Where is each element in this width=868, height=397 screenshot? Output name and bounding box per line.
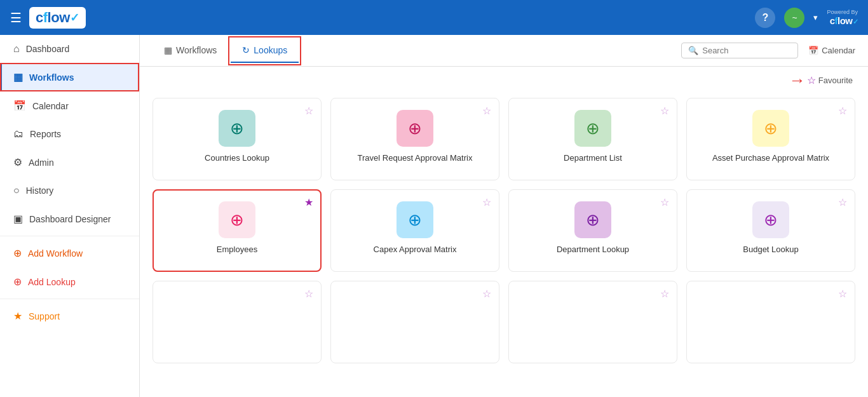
sidebar-item-calendar[interactable]: 📅 Calendar [0, 91, 139, 120]
icon-capex-approval: ⊕ [397, 201, 433, 238]
sidebar-item-admin[interactable]: ⚙ Admin [0, 148, 139, 177]
card-travel-request[interactable]: ☆ ⊕ Travel Request Approval Matrix [330, 98, 499, 180]
sidebar-label-reports: Reports [30, 129, 61, 139]
card-row3-4[interactable]: ☆ [686, 281, 855, 363]
label-department-lookup: Department Lookup [557, 245, 629, 254]
icon-travel-request: ⊕ [397, 110, 433, 147]
card-department-lookup[interactable]: ☆ ⊕ Department Lookup [508, 189, 677, 272]
sidebar-label-workflows: Workflows [29, 72, 74, 83]
star-travel-request[interactable]: ☆ [482, 105, 491, 117]
favourite-row: → ☆ Favourite [140, 67, 868, 91]
star-row3-3[interactable]: ☆ [660, 288, 669, 300]
powered-by-logo: cflow✓ [827, 15, 858, 26]
search-bar[interactable]: 🔍 [681, 43, 798, 58]
tabs-right: 🔍 📅 Calendar [681, 43, 855, 58]
card-row3-3[interactable]: ☆ [508, 281, 677, 363]
avatar-dropdown-icon[interactable]: ▾ [813, 13, 818, 22]
header: ☰ cflow ✓ ? ~ ▾ Powered By cflow✓ [0, 0, 868, 35]
star-department-list[interactable]: ☆ [660, 105, 669, 117]
card-countries-lookup[interactable]: ☆ ⊕ Countries Lookup [153, 98, 322, 180]
sidebar-item-dashboard-designer[interactable]: ▣ Dashboard Designer [0, 205, 139, 233]
label-employees: Employees [217, 245, 257, 254]
sidebar-label-history: History [26, 185, 54, 196]
label-budget-lookup: Budget Lookup [743, 245, 798, 254]
sidebar-label-dashboard: Dashboard [26, 44, 70, 54]
sidebar-item-add-lookup[interactable]: ⊕ Add Lookup [0, 267, 139, 296]
tab-lookups[interactable]: ↻ Lookups [231, 39, 299, 63]
icon-countries-lookup: ⊕ [219, 110, 255, 147]
star-budget-lookup[interactable]: ☆ [838, 196, 847, 208]
menu-icon[interactable]: ☰ [10, 10, 22, 25]
icon-budget-lookup: ⊕ [752, 201, 789, 238]
label-capex-approval: Capex Approval Matrix [374, 245, 457, 254]
icon-asset-purchase: ⊕ [752, 110, 789, 147]
icon-department-lookup: ⊕ [574, 201, 611, 238]
favourite-label: Favourite [818, 76, 853, 85]
cards-grid: ☆ ⊕ Countries Lookup ☆ ⊕ Travel Request … [153, 98, 855, 363]
sidebar: ⌂ Dashboard ▦ Workflows 📅 Calendar 🗂 Rep… [0, 35, 140, 397]
star-asset-purchase[interactable]: ☆ [838, 105, 847, 117]
star-employees[interactable]: ★ [304, 196, 313, 208]
workflows-tab-icon: ▦ [164, 45, 172, 55]
card-employees[interactable]: ★ ⊕ Employees [153, 189, 322, 272]
icon-employees: ⊕ [219, 201, 255, 238]
logo-checkmark: ✓ [70, 11, 79, 25]
grid-container: ☆ ⊕ Countries Lookup ☆ ⊕ Travel Request … [140, 91, 868, 397]
star-row3-2[interactable]: ☆ [482, 288, 491, 300]
support-icon: ★ [13, 310, 22, 322]
sidebar-item-workflows[interactable]: ▦ Workflows [0, 63, 139, 91]
sidebar-divider-2 [0, 299, 139, 299]
lookups-tab-icon: ↻ [242, 45, 250, 55]
help-icon[interactable]: ? [755, 8, 775, 28]
favourite-button[interactable]: ☆ Favourite [807, 74, 853, 86]
calendar-icon-tab: 📅 [808, 46, 818, 55]
sidebar-item-add-workflow[interactable]: ⊕ Add Workflow [0, 239, 139, 267]
admin-icon: ⚙ [13, 156, 22, 168]
sidebar-label-admin: Admin [29, 158, 54, 168]
user-avatar[interactable]: ~ [784, 8, 804, 28]
sidebar-item-dashboard[interactable]: ⌂ Dashboard [0, 35, 139, 63]
favourite-star-icon: ☆ [807, 74, 816, 86]
card-budget-lookup[interactable]: ☆ ⊕ Budget Lookup [686, 189, 855, 272]
card-capex-approval[interactable]: ☆ ⊕ Capex Approval Matrix [330, 189, 499, 272]
logo-text: cflow [36, 10, 70, 26]
star-department-lookup[interactable]: ☆ [660, 196, 669, 208]
sidebar-item-history[interactable]: ○ History [0, 177, 139, 205]
designer-icon: ▣ [13, 213, 23, 225]
reports-icon: 🗂 [13, 128, 24, 140]
history-icon: ○ [13, 185, 20, 196]
sidebar-label-add-lookup: Add Lookup [28, 277, 76, 287]
card-row3-2[interactable]: ☆ [330, 281, 499, 363]
search-icon: 🔍 [688, 46, 698, 55]
sidebar-label-support: Support [29, 311, 60, 321]
calendar-label: Calendar [822, 46, 855, 55]
right-arrow-icon: → [789, 71, 806, 90]
header-right: ? ~ ▾ Powered By cflow✓ [755, 8, 858, 28]
dashboard-icon: ⌂ [13, 43, 20, 55]
avatar-initial: ~ [792, 13, 797, 23]
logo-box: cflow ✓ [29, 7, 86, 29]
main-layout: ⌂ Dashboard ▦ Workflows 📅 Calendar 🗂 Rep… [0, 35, 868, 397]
star-row3-4[interactable]: ☆ [838, 288, 847, 300]
sidebar-label-designer: Dashboard Designer [29, 214, 111, 224]
tabs-left: ▦ Workflows ↻ Lookups [153, 39, 299, 63]
card-row3-1[interactable]: ☆ [153, 281, 322, 363]
star-capex-approval[interactable]: ☆ [482, 196, 491, 208]
sidebar-item-support[interactable]: ★ Support [0, 302, 139, 330]
star-countries-lookup[interactable]: ☆ [304, 105, 313, 117]
tab-workflows[interactable]: ▦ Workflows [153, 39, 228, 63]
header-left: ☰ cflow ✓ [10, 7, 86, 29]
star-row3-1[interactable]: ☆ [304, 288, 313, 300]
card-asset-purchase[interactable]: ☆ ⊕ Asset Purchase Approval Matrix [686, 98, 855, 180]
search-input[interactable] [702, 46, 791, 55]
calendar-button[interactable]: 📅 Calendar [808, 46, 855, 55]
favourite-arrow-area: → ☆ Favourite [789, 71, 853, 90]
label-countries-lookup: Countries Lookup [205, 153, 269, 163]
label-department-list: Department List [564, 153, 622, 163]
powered-by-label: Powered By [827, 9, 858, 15]
sidebar-item-reports[interactable]: 🗂 Reports [0, 120, 139, 148]
sidebar-divider-1 [0, 236, 139, 236]
calendar-icon: 📅 [13, 100, 26, 112]
card-department-list[interactable]: ☆ ⊕ Department List [508, 98, 677, 180]
workflows-tab-label: Workflows [176, 45, 217, 55]
